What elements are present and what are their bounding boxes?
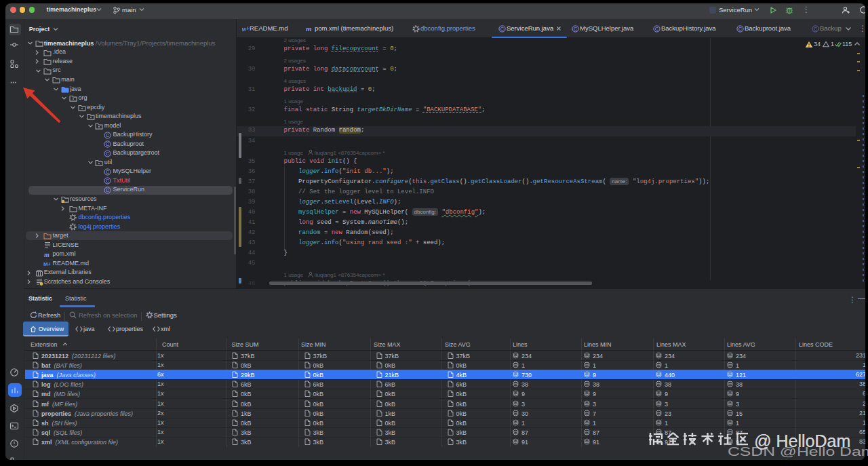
svg-text:m: m [44, 251, 50, 258]
svg-text:C: C [738, 26, 743, 32]
svg-text:C: C [106, 151, 110, 157]
svg-text:C: C [106, 178, 110, 185]
svg-text:C: C [814, 26, 818, 32]
svg-text:M: M [43, 261, 48, 267]
svg-text:C: C [106, 187, 110, 193]
svg-text:C: C [106, 169, 110, 175]
svg-text:M: M [242, 26, 246, 33]
svg-text:C: C [106, 141, 110, 147]
svg-text:C: C [574, 26, 578, 32]
svg-text:C: C [655, 26, 659, 32]
svg-text:C: C [500, 26, 505, 32]
svg-text:m: m [306, 24, 312, 33]
svg-text:C: C [106, 132, 110, 138]
